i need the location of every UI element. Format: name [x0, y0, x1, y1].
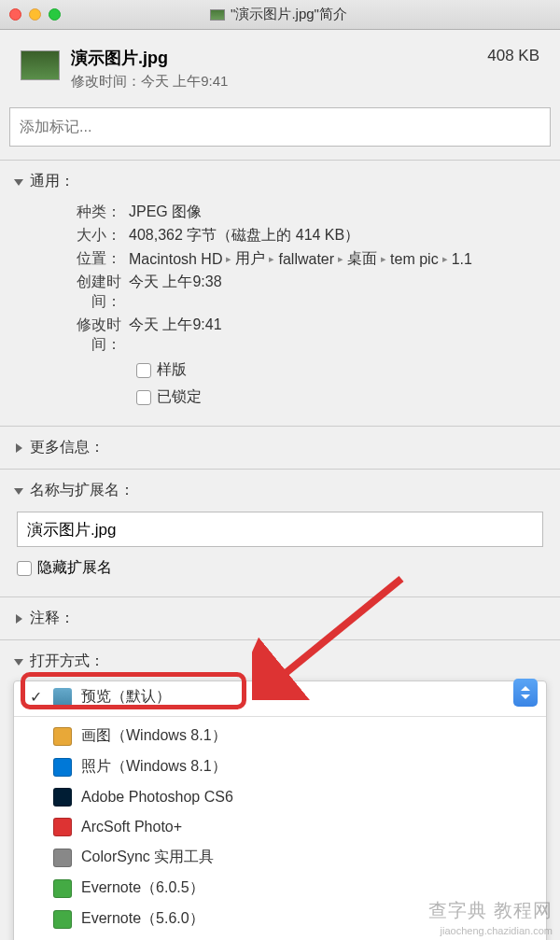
section-header-more-info[interactable]: 更多信息：: [13, 436, 547, 459]
modified-value: 今天 上午9:41: [129, 316, 222, 355]
created-value: 今天 上午9:38: [129, 273, 222, 312]
file-size: 408 KB: [487, 47, 539, 65]
stationery-label: 样版: [157, 360, 187, 380]
size-value: 408,362 字节（磁盘上的 414 KB）: [129, 226, 359, 246]
svg-marker-3: [16, 614, 22, 624]
section-general: 通用： 种类：JPEG 图像 大小：408,362 字节（磁盘上的 414 KB…: [0, 160, 560, 426]
where-label: 位置：: [54, 249, 129, 269]
filename-input[interactable]: [17, 512, 543, 547]
chevron-right-icon: [13, 442, 24, 454]
tags-input[interactable]: [9, 107, 551, 147]
app-label: 照片（Windows 8.1）: [81, 757, 227, 777]
file-thumbnail: [21, 50, 60, 80]
file-name: 演示图片.jpg: [71, 47, 487, 69]
svg-marker-5: [521, 686, 530, 691]
check-icon: ✓: [27, 688, 44, 706]
app-icon: [53, 879, 72, 898]
locked-checkbox[interactable]: [136, 390, 151, 405]
section-header-comments[interactable]: 注释：: [13, 607, 547, 630]
svg-marker-0: [14, 179, 23, 186]
svg-marker-6: [521, 694, 530, 699]
divider: [14, 716, 546, 717]
chevron-right-icon: [13, 613, 24, 624]
section-comments: 注释：: [0, 596, 560, 639]
app-label: 预览（默认）: [81, 687, 171, 707]
app-label: Evernote（5.6.0）: [81, 909, 204, 929]
dropdown-item-app[interactable]: Adobe Photoshop CS6: [14, 782, 546, 812]
section-name-ext: 名称与扩展名： 隐藏扩展名: [0, 469, 560, 596]
tags-section: [0, 104, 560, 160]
dropdown-item-app[interactable]: 照片（Windows 8.1）: [14, 751, 546, 782]
section-header-general[interactable]: 通用：: [13, 170, 547, 193]
dropdown-toggle-button[interactable]: [513, 679, 538, 707]
dropdown-item-app[interactable]: ColorSync 实用工具: [14, 842, 546, 873]
app-icon: [53, 910, 72, 929]
app-icon: [53, 727, 72, 746]
section-header-name-ext[interactable]: 名称与扩展名：: [13, 479, 547, 502]
watermark-sub: jiaocheng.chazidian.com: [441, 925, 553, 936]
window-title: "演示图片.jpg"简介: [7, 6, 551, 23]
modified-label: 修改时间：: [54, 316, 129, 355]
app-icon: [53, 688, 72, 707]
watermark: 查字典 教程网: [428, 898, 553, 923]
dropdown-item-default[interactable]: ✓ 预览（默认）: [14, 681, 546, 712]
svg-marker-4: [14, 659, 23, 666]
where-breadcrumb: Macintosh HD▸用户▸fallwater▸桌面▸tem pic▸1.1: [129, 249, 472, 269]
kind-value: JPEG 图像: [129, 203, 202, 222]
app-label: Adobe Photoshop CS6: [81, 789, 233, 806]
hide-ext-checkbox[interactable]: [17, 561, 32, 576]
chevron-down-icon: [13, 176, 24, 188]
file-icon: [210, 9, 225, 21]
app-icon: [53, 849, 72, 867]
locked-label: 已锁定: [157, 387, 202, 407]
svg-marker-1: [16, 443, 22, 453]
file-modified: 修改时间：今天 上午9:41: [71, 73, 487, 91]
app-label: ArcSoft Photo+: [81, 819, 182, 835]
section-header-open-with[interactable]: 打开方式：: [13, 650, 547, 673]
hide-ext-label: 隐藏扩展名: [37, 558, 112, 578]
kind-label: 种类：: [54, 203, 129, 222]
dropdown-item-app[interactable]: 画图（Windows 8.1）: [14, 721, 546, 751]
app-icon: [53, 788, 72, 807]
svg-marker-2: [14, 488, 23, 495]
locked-row: 已锁定: [136, 384, 547, 411]
app-icon: [53, 758, 72, 777]
titlebar: "演示图片.jpg"简介: [0, 0, 560, 30]
stationery-checkbox[interactable]: [136, 363, 151, 378]
chevron-down-icon: [13, 485, 24, 497]
created-label: 创建时间：: [54, 273, 129, 312]
app-label: ColorSync 实用工具: [81, 848, 214, 867]
app-label: Evernote（6.0.5）: [81, 878, 204, 898]
chevron-down-icon: [13, 656, 24, 667]
section-more-info: 更多信息：: [0, 426, 560, 469]
file-header: 演示图片.jpg 修改时间：今天 上午9:41 408 KB: [0, 30, 560, 104]
stationery-row: 样版: [136, 357, 547, 384]
section-open-with: 打开方式： ✓ 预览（默认） 画图（Windows 8.1） 照片（Window…: [0, 639, 560, 940]
dropdown-item-app[interactable]: ArcSoft Photo+: [14, 812, 546, 842]
app-label: 画图（Windows 8.1）: [81, 726, 227, 746]
size-label: 大小：: [54, 226, 129, 246]
app-icon: [53, 818, 72, 836]
